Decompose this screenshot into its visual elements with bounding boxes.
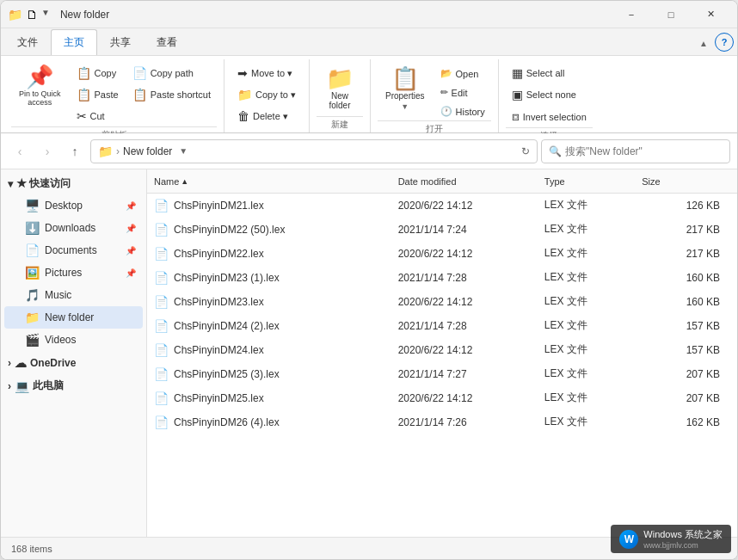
file-date: 2020/6/22 14:12 <box>398 248 544 260</box>
forward-button[interactable]: › <box>35 139 59 163</box>
delete-button[interactable]: 🗑 Delete ▾ <box>231 106 302 126</box>
copy-path-icon: 📄 <box>132 66 147 80</box>
copy-label: Copy <box>95 68 117 78</box>
onedrive-header[interactable]: › ☁ OneDrive <box>1 353 146 373</box>
table-row[interactable]: 📄 ChsPinyinDM21.lex 2020/6/22 14:12 LEX … <box>147 194 737 218</box>
paste-label: Paste <box>95 89 119 100</box>
file-icon: 📄 <box>154 415 169 429</box>
address-path[interactable]: 📁 › New folder ▼ ↻ <box>90 139 538 163</box>
file-date: 2020/6/22 14:12 <box>398 200 544 212</box>
file-size: 160 KB <box>642 296 730 308</box>
sidebar-item-documents[interactable]: 📄 Documents 📌 <box>4 239 143 262</box>
refresh-icon[interactable]: ↻ <box>521 145 530 157</box>
select-all-button[interactable]: ▦ Select all <box>506 63 593 83</box>
copy-button[interactable]: 📋 Copy <box>71 63 125 83</box>
maximize-button[interactable]: □ <box>651 1 691 28</box>
sidebar-item-downloads[interactable]: ⬇️ Downloads 📌 <box>4 217 143 239</box>
search-box[interactable]: 🔍 <box>541 139 730 163</box>
file-name: ChsPinyinDM24 (2).lex <box>174 320 280 332</box>
history-button[interactable]: 🕐 History <box>434 102 491 120</box>
paste-button[interactable]: 📋 Paste <box>71 84 125 105</box>
ribbon-group-new: 📁 Newfolder 新建 <box>310 59 371 132</box>
tab-home[interactable]: 主页 <box>51 29 97 55</box>
path-folder-icon: 📁 <box>98 145 113 158</box>
search-input[interactable] <box>565 145 723 157</box>
scissors-icon: ✂ <box>77 109 87 123</box>
properties-dropdown-icon: ▼ <box>401 102 409 111</box>
file-date: 2020/6/22 14:12 <box>398 344 544 356</box>
tab-share[interactable]: 共享 <box>97 29 144 55</box>
cut-button[interactable]: ✂ Cut <box>71 106 125 126</box>
back-button[interactable]: ‹ <box>8 139 32 163</box>
invert-selection-button[interactable]: ⧈ Invert selection <box>506 106 593 127</box>
table-row[interactable]: 📄 ChsPinyinDM23 (1).lex 2021/1/14 7:28 L… <box>147 266 737 290</box>
table-row[interactable]: 📄 ChsPinyinDM23.lex 2020/6/22 14:12 LEX … <box>147 290 737 314</box>
table-row[interactable]: 📄 ChsPinyinDM25 (3).lex 2021/1/14 7:27 L… <box>147 362 737 386</box>
tab-view[interactable]: 查看 <box>144 29 190 55</box>
new-folder-button[interactable]: 📁 Newfolder <box>317 63 363 114</box>
pin-to-quick-access-button[interactable]: 📌 Pin to Quickaccess <box>11 61 69 111</box>
close-button[interactable]: ✕ <box>691 1 730 28</box>
this-pc-header[interactable]: › 💻 此电脑 <box>1 375 146 397</box>
file-name: ChsPinyinDM23 (1).lex <box>174 272 280 284</box>
sidebar-item-pictures[interactable]: 🖼️ Pictures 📌 <box>4 262 143 284</box>
help-button[interactable]: ? <box>715 33 734 52</box>
open-button[interactable]: 📂 Open <box>434 65 491 83</box>
sidebar-item-desktop[interactable]: 🖥️ Desktop 📌 <box>4 194 143 217</box>
pin-label: Pin to Quickaccess <box>19 89 61 107</box>
paste-shortcut-button[interactable]: 📋 Paste shortcut <box>126 84 217 105</box>
file-icon: 📄 <box>154 223 169 237</box>
history-icon: 🕐 <box>440 106 452 117</box>
column-header-size[interactable]: Size <box>642 176 730 187</box>
file-icon: 📄 <box>154 343 169 357</box>
copy-path-label: Copy path <box>151 68 194 78</box>
table-row[interactable]: 📄 ChsPinyinDM25.lex 2020/6/22 14:12 LEX … <box>147 386 737 410</box>
move-to-button[interactable]: ➡ Move to ▾ <box>231 63 302 83</box>
table-row[interactable]: 📄 ChsPinyinDM24.lex 2020/6/22 14:12 LEX … <box>147 338 737 362</box>
quick-access-header[interactable]: ▾ ★ 快速访问 <box>1 173 146 194</box>
column-header-type[interactable]: Type <box>544 176 642 187</box>
pictures-icon: 🖼️ <box>25 266 40 280</box>
tab-file[interactable]: 文件 <box>4 29 51 55</box>
file-size: 207 KB <box>642 368 730 380</box>
sidebar-item-new-folder[interactable]: 📁 New folder <box>4 306 143 329</box>
copy-to-icon: 📁 <box>237 88 252 102</box>
this-pc-chevron: › <box>8 380 11 392</box>
file-name: ChsPinyinDM22 (50).lex <box>174 224 285 236</box>
column-header-date[interactable]: Date modified <box>398 176 544 187</box>
sidebar-item-videos[interactable]: 🎬 Videos <box>4 329 143 351</box>
sidebar-item-music[interactable]: 🎵 Music <box>4 284 143 306</box>
pin-icon: 📌 <box>26 65 53 88</box>
sort-arrow-name: ▲ <box>181 177 188 186</box>
videos-icon: 🎬 <box>25 333 40 347</box>
select-all-label: Select all <box>526 68 565 78</box>
file-type: LEX 文件 <box>544 415 642 429</box>
paste-icon: 📋 <box>77 88 91 102</box>
open-icon: 📂 <box>440 68 452 79</box>
select-all-icon: ▦ <box>512 66 523 80</box>
select-none-button[interactable]: ▣ Select none <box>506 84 593 105</box>
new-folder-sidebar-icon: 📁 <box>25 311 40 324</box>
minimize-button[interactable]: − <box>612 1 651 28</box>
move-icon: ➡ <box>237 66 248 80</box>
file-date: 2021/1/14 7:28 <box>398 272 544 284</box>
ribbon-collapse-button[interactable]: ▲ <box>696 35 711 52</box>
file-name: ChsPinyinDM25.lex <box>174 392 264 404</box>
file-icon: 📄 <box>154 295 169 309</box>
quick-access-label: ★ 快速访问 <box>16 176 71 191</box>
properties-button[interactable]: 📋 Properties ▼ <box>378 63 433 115</box>
table-row[interactable]: 📄 ChsPinyinDM26 (4).lex 2021/1/14 7:26 L… <box>147 410 737 434</box>
file-size: 126 KB <box>642 200 730 212</box>
onedrive-section: › ☁ OneDrive <box>1 353 146 373</box>
file-type: LEX 文件 <box>544 198 642 212</box>
file-icon: 📄 <box>154 271 169 285</box>
copy-path-button[interactable]: 📄 Copy path <box>126 63 217 83</box>
column-header-name[interactable]: Name ▲ <box>154 176 398 187</box>
copy-to-button[interactable]: 📁 Copy to ▾ <box>231 84 302 105</box>
table-row[interactable]: 📄 ChsPinyinDM22.lex 2020/6/22 14:12 LEX … <box>147 242 737 266</box>
table-row[interactable]: 📄 ChsPinyinDM24 (2).lex 2021/1/14 7:28 L… <box>147 314 737 338</box>
table-row[interactable]: 📄 ChsPinyinDM22 (50).lex 2021/1/14 7:24 … <box>147 218 737 242</box>
file-size: 217 KB <box>642 248 730 260</box>
up-button[interactable]: ↑ <box>63 139 87 163</box>
edit-button[interactable]: ✏ Edit <box>434 83 491 102</box>
